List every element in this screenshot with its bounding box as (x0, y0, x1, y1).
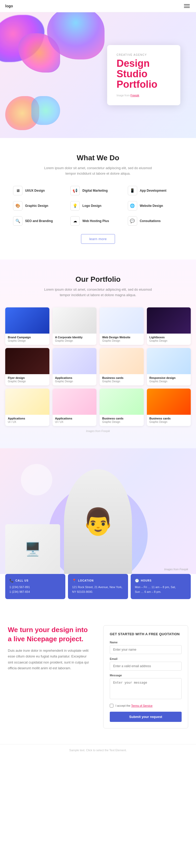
service-icon-hosting: ☁ (70, 216, 80, 226)
submit-button[interactable]: Submit your request (110, 712, 182, 722)
services-grid: 🖥 UI/UX Design 📢 Digital Marketing 📱 App… (13, 186, 183, 226)
portfolio-thumb-brand-campaign (5, 307, 49, 334)
contact-card-location: 📍 LOCATION 121 Rock Street, 21 Avenue, N… (68, 574, 128, 599)
portfolio-title-lightboxes: Lightboxes (150, 336, 188, 339)
what-we-do-section: What We Do Lorem ipsum dolor sit amet, c… (0, 138, 196, 259)
portfolio-thumb-flyer-design (5, 348, 49, 374)
portfolio-item-brand-campaign[interactable]: Brand Campaign Graphic Design (5, 307, 49, 345)
portfolio-category-applications-3: UI / UX (55, 421, 94, 424)
hero-credit: Image from Freepik (117, 94, 171, 97)
hero-card: CREATIVE AGENCY Design Studio Portfolio … (107, 45, 180, 105)
contact-card-hours: 🕐 HOURS Mon – Fri … 11 am – 8 pm, Sat, S… (131, 574, 191, 599)
portfolio-item-lightboxes[interactable]: Lightboxes Graphic Design (147, 307, 191, 345)
service-item-seo: 🔍 SEO and Branding (13, 216, 68, 226)
service-item-hosting: ☁ Web Hosting Plus (70, 216, 125, 226)
service-icon-app: 📱 (128, 186, 137, 195)
portfolio-item-applications-3[interactable]: Applications UI / UX (52, 389, 97, 426)
service-icon-logo: 💡 (70, 201, 80, 211)
portfolio-item-business-cards-2[interactable]: Business cards Graphic Design (100, 389, 144, 426)
portfolio-thumb-business-cards-3 (147, 389, 191, 415)
hero-title: Design Studio Portfolio (117, 58, 171, 90)
portfolio-category-business-cards-1: Graphic Design (102, 380, 141, 383)
portfolio-category-responsive-design: Graphic Design (150, 380, 188, 383)
portfolio-info-lightboxes: Lightboxes Graphic Design (147, 334, 191, 345)
portfolio-item-business-cards-3[interactable]: Business cards Graphic Design (147, 389, 191, 426)
quote-section: We turn your design into a live Nicepage… (0, 610, 196, 744)
contact-card-value-location: 121 Rock Street, 21 Avenue, New York, NY… (72, 585, 124, 594)
contact-card-label-call-us: 📞 CALL US (9, 579, 61, 583)
contact-card-value-hours: Mon – Fri … 11 am – 8 pm, Sat, Sun … 6 a… (135, 585, 187, 594)
portfolio-desc: Lorem ipsum dolor sit amet, consectetur … (43, 287, 153, 298)
portfolio-info-business-cards-3: Business cards Graphic Design (147, 415, 191, 426)
form-title: GET STARTED WITH A FREE QUOTATION (110, 632, 182, 637)
name-label: Name (110, 641, 182, 644)
portfolio-item-responsive-design[interactable]: Responsive design Graphic Design (147, 348, 191, 385)
service-label-hosting: Web Hosting Plus (82, 219, 109, 223)
terms-link[interactable]: Terms of Service (131, 704, 153, 707)
name-input[interactable] (110, 645, 182, 654)
portfolio-thumb-business-cards-2 (100, 389, 144, 415)
portfolio-thumb-applications-1 (52, 348, 97, 374)
hamburger-line-3 (184, 7, 190, 8)
portfolio-info-corporate-identity: A Corporate Identity Graphic Design (52, 334, 97, 345)
portfolio-title-applications-3: Applications (55, 417, 94, 420)
terms-label: I accept the Terms of Service (116, 704, 153, 707)
form-message-group: Message (110, 674, 182, 700)
service-icon-digital: 📢 (70, 186, 80, 195)
portfolio-grid: Brand Campaign Graphic Design A Corporat… (5, 307, 191, 426)
hero-section: CREATIVE AGENCY Design Studio Portfolio … (0, 12, 196, 138)
service-label-consult: Consultations (140, 219, 161, 223)
portfolio-item-applications-1[interactable]: Applications Graphic Design (52, 348, 97, 385)
portfolio-thumb-lightboxes (147, 307, 191, 334)
terms-checkbox[interactable] (110, 704, 113, 708)
hero-blob-5 (31, 96, 60, 125)
service-label-seo: SEO and Branding (25, 219, 53, 223)
service-icon-seo: 🔍 (13, 216, 23, 226)
portfolio-credit: Images from Freepik (5, 430, 191, 433)
portfolio-title-flyer-design: Flyer design (8, 376, 47, 379)
portfolio-info-applications-1: Applications Graphic Design (52, 374, 97, 385)
portfolio-item-applications-2[interactable]: Applications UI / UX (5, 389, 49, 426)
portfolio-category-lightboxes: Graphic Design (150, 339, 188, 342)
portfolio-thumb-applications-2 (5, 389, 49, 415)
service-item-logo: 💡 Logo Design (70, 201, 125, 211)
portfolio-info-brand-campaign: Brand Campaign Graphic Design (5, 334, 49, 345)
portfolio-item-corporate-identity[interactable]: A Corporate Identity Graphic Design (52, 307, 97, 345)
hero-credit-link[interactable]: Freepik (130, 94, 139, 97)
portfolio-title-corporate-identity: A Corporate Identity (55, 336, 94, 339)
portfolio-info-applications-3: Applications UI / UX (52, 415, 97, 426)
portfolio-item-business-cards-1[interactable]: Business cards Graphic Design (100, 348, 144, 385)
portfolio-item-flyer-design[interactable]: Flyer design Graphic Design (5, 348, 49, 385)
portfolio-info-flyer-design: Flyer design Graphic Design (5, 374, 49, 385)
service-item-app: 📱 App Development (128, 186, 183, 195)
portfolio-category-business-cards-3: Graphic Design (150, 421, 188, 424)
team-circle-small (21, 464, 52, 495)
service-label-web: Website Design (140, 204, 163, 208)
contact-cards-grid: 📞 CALL US 1 (234) 567-891 1 (234) 987-65… (5, 574, 191, 599)
service-label-logo: Logo Design (82, 204, 102, 208)
hamburger-menu[interactable] (183, 3, 191, 9)
service-label-uiux: UI/UX Design (25, 189, 45, 192)
message-input[interactable] (110, 678, 182, 699)
contact-card-label-hours: 🕐 HOURS (135, 579, 187, 583)
portfolio-title-business-cards-2: Business cards (102, 417, 141, 420)
hero-subtitle: CREATIVE AGENCY (117, 54, 171, 56)
service-icon-uiux: 🖥 (13, 186, 23, 195)
portfolio-title-business-cards-3: Business cards (150, 417, 188, 420)
portfolio-item-web-design-website[interactable]: Web Design Website Graphic Design (100, 307, 144, 345)
contact-icon-location: 📍 (72, 579, 77, 583)
email-label: Email (110, 657, 182, 660)
logo: logo (5, 4, 13, 8)
service-item-graphic: 🎨 Graphic Design (13, 201, 68, 211)
portfolio-info-business-cards-2: Business cards Graphic Design (100, 415, 144, 426)
portfolio-category-corporate-identity: Graphic Design (55, 339, 94, 342)
terms-checkbox-group: I accept the Terms of Service (110, 704, 182, 708)
portfolio-thumb-applications-3 (52, 389, 97, 415)
contact-card-label-location: 📍 LOCATION (72, 579, 124, 583)
what-we-do-title: What We Do (13, 154, 183, 162)
portfolio-info-applications-2: Applications UI / UX (5, 415, 49, 426)
email-input[interactable] (110, 662, 182, 671)
portfolio-category-flyer-design: Graphic Design (8, 380, 47, 383)
learn-more-button[interactable]: learn more (81, 234, 115, 244)
service-icon-consult: 💬 (128, 216, 137, 226)
